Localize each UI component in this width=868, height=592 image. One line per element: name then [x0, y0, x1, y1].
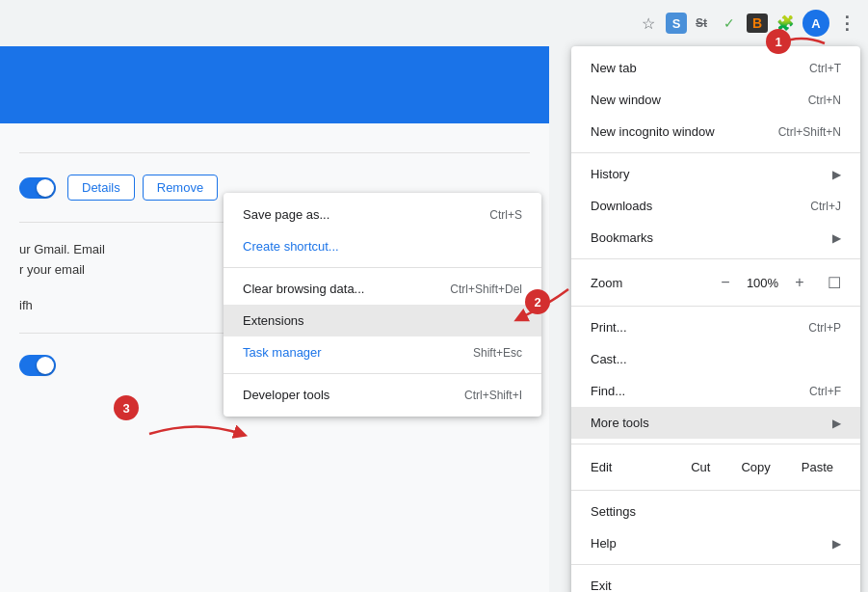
menu-edit-row: Edit Cut Copy Paste [571, 449, 860, 485]
step-badge-1: 1 [766, 29, 791, 54]
chrome-main-menu: New tab Ctrl+T New window Ctrl+N New inc… [571, 46, 860, 592]
menu-paste-button[interactable]: Paste [786, 453, 849, 481]
ctx-divider-2 [224, 373, 541, 374]
ctx-divider-1 [224, 267, 541, 268]
menu-help[interactable]: Help ▶ [571, 527, 860, 559]
menu-downloads[interactable]: Downloads Ctrl+J [571, 190, 860, 222]
menu-bookmarks[interactable]: Bookmarks ▶ [571, 222, 860, 254]
ctx-create-shortcut[interactable]: Create shortcut... [224, 230, 541, 262]
menu-exit[interactable]: Exit [571, 570, 860, 592]
bookmark-star-icon[interactable]: ☆ [635, 10, 662, 37]
menu-copy-button[interactable]: Copy [725, 453, 785, 481]
zoom-controls: − 100% + ☐ [713, 270, 841, 295]
ext-check-icon[interactable]: ✓ [716, 10, 743, 37]
menu-find[interactable]: Find... Ctrl+F [571, 375, 860, 407]
menu-divider-6 [571, 564, 860, 565]
menu-cut-button[interactable]: Cut [675, 453, 725, 481]
zoom-fullscreen-icon[interactable]: ☐ [828, 274, 841, 292]
remove-button[interactable]: Remove [143, 175, 218, 201]
ext-st-icon[interactable]: St [691, 16, 712, 30]
menu-cast[interactable]: Cast... [571, 343, 860, 375]
more-options-button[interactable]: ⋮ [833, 10, 860, 37]
menu-divider-3 [571, 306, 860, 307]
menu-divider-5 [571, 490, 860, 491]
menu-incognito[interactable]: New incognito window Ctrl+Shift+N [571, 116, 860, 148]
toggle-2[interactable] [19, 355, 56, 376]
browser-toolbar: ☆ S St ✓ B 🧩 A ⋮ [0, 0, 868, 46]
avatar-icon[interactable]: A [802, 10, 829, 37]
menu-settings[interactable]: Settings [571, 496, 860, 527]
menu-more-tools[interactable]: More tools ▶ [571, 407, 860, 439]
menu-zoom-row: Zoom − 100% + ☐ [571, 264, 860, 301]
page-header [0, 46, 549, 123]
ctx-save-page[interactable]: Save page as... Ctrl+S [224, 199, 541, 230]
menu-divider-2 [571, 258, 860, 259]
toggle-1[interactable] [19, 177, 56, 199]
ctx-clear-browsing[interactable]: Clear browsing data... Ctrl+Shift+Del [224, 273, 541, 305]
step-badge-2: 2 [525, 289, 550, 314]
ext-buttons-1: Details Remove [67, 175, 218, 201]
menu-print[interactable]: Print... Ctrl+P [571, 311, 860, 343]
ext-b-icon[interactable]: B [747, 13, 768, 33]
ctx-developer-tools[interactable]: Developer tools Ctrl+Shift+I [224, 379, 541, 411]
more-tools-submenu: Save page as... Ctrl+S Create shortcut..… [224, 193, 541, 417]
zoom-plus-button[interactable]: + [787, 270, 812, 295]
details-button[interactable]: Details [67, 175, 135, 201]
zoom-minus-button[interactable]: − [713, 270, 738, 295]
ext-s-icon[interactable]: S [666, 13, 687, 34]
menu-divider-1 [571, 152, 860, 153]
step-badge-3: 3 [114, 395, 139, 420]
ctx-task-manager[interactable]: Task manager Shift+Esc [224, 336, 541, 368]
menu-new-window[interactable]: New window Ctrl+N [571, 84, 860, 116]
menu-new-tab[interactable]: New tab Ctrl+T [571, 52, 860, 84]
ctx-extensions[interactable]: Extensions [224, 305, 541, 336]
menu-history[interactable]: History ▶ [571, 158, 860, 190]
menu-divider-4 [571, 444, 860, 444]
